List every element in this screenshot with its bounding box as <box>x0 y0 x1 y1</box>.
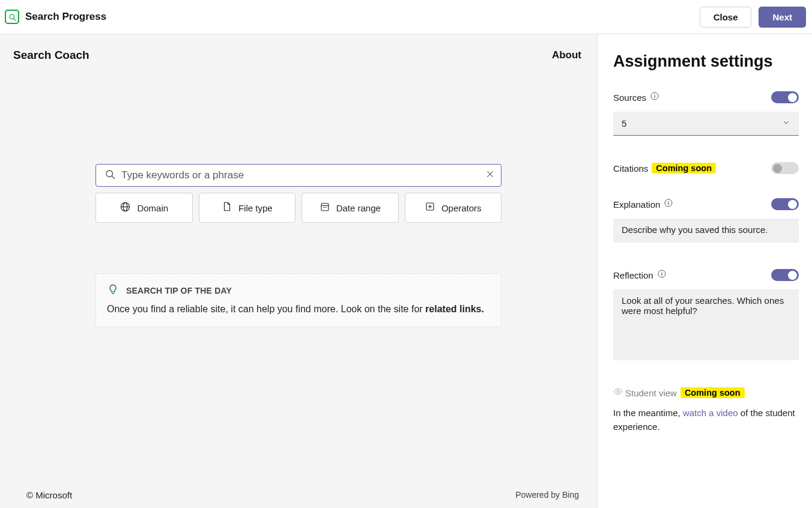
filter-filetype-button[interactable]: File type <box>199 193 296 223</box>
svg-point-2 <box>106 171 113 177</box>
close-button[interactable]: Close <box>700 7 752 28</box>
watch-video-link[interactable]: watch a video <box>683 408 738 418</box>
clear-icon[interactable] <box>485 169 495 181</box>
footer: © Microsoft Powered by Bing <box>0 482 597 508</box>
filter-operators-label: Operators <box>441 203 482 213</box>
app-logo-icon <box>5 10 19 24</box>
svg-point-0 <box>10 14 14 19</box>
info-icon[interactable] <box>650 91 659 103</box>
file-icon <box>222 201 232 214</box>
about-link[interactable]: About <box>552 49 581 61</box>
settings-title: Assignment settings <box>613 52 799 71</box>
info-icon[interactable] <box>664 198 673 210</box>
reflection-toggle[interactable] <box>771 269 799 281</box>
main-panel: Search Coach About <box>0 34 597 508</box>
powered-by-text: Powered by Bing <box>515 490 579 500</box>
filter-domain-button[interactable]: Domain <box>95 193 193 223</box>
eye-icon <box>613 387 623 399</box>
main-title: Search Coach <box>13 49 89 62</box>
titlebar: Search Progress Close Next <box>0 0 812 34</box>
tip-card: SEARCH TIP OF THE DAY Once you find a re… <box>95 273 501 327</box>
sources-label: Sources <box>613 92 646 103</box>
svg-line-3 <box>112 177 115 179</box>
sources-select-value: 5 <box>622 118 626 129</box>
svg-line-1 <box>14 19 16 20</box>
citations-toggle <box>771 162 799 174</box>
globe-icon <box>120 201 131 215</box>
tip-heading: SEARCH TIP OF THE DAY <box>126 286 232 295</box>
info-icon[interactable] <box>657 269 667 281</box>
svg-point-23 <box>668 201 669 202</box>
search-box[interactable] <box>95 164 501 187</box>
explanation-text-field[interactable]: Describe why you saved this source. <box>613 219 799 243</box>
filter-filetype-label: File type <box>238 203 273 213</box>
app-title: Search Progress <box>25 11 106 23</box>
citations-label: Citations <box>613 163 648 174</box>
student-view-label: Student view <box>625 388 677 398</box>
filter-daterange-button[interactable]: Date range <box>301 193 399 223</box>
copyright-text: © Microsoft <box>26 490 72 500</box>
sources-select[interactable]: 5 <box>613 112 799 136</box>
search-input[interactable] <box>121 169 485 181</box>
svg-point-11 <box>323 207 324 208</box>
svg-point-20 <box>654 94 655 95</box>
calendar-icon <box>320 201 330 214</box>
citations-coming-soon-badge: Coming soon <box>652 163 716 174</box>
filter-daterange-label: Date range <box>336 203 381 213</box>
reflection-text-field[interactable]: Look at all of your searches. Which ones… <box>613 289 799 360</box>
lightbulb-icon <box>107 283 119 298</box>
settings-sidebar: Assignment settings Sources 5 Citations … <box>597 34 812 508</box>
chevron-down-icon <box>782 118 790 129</box>
svg-point-12 <box>324 207 326 208</box>
svg-point-27 <box>617 390 619 393</box>
student-view-coming-soon-badge: Coming soon <box>680 387 745 398</box>
sources-toggle[interactable] <box>771 91 799 103</box>
explanation-label: Explanation <box>613 199 660 210</box>
filter-operators-button[interactable]: Operators <box>405 193 502 223</box>
explanation-toggle[interactable] <box>771 198 799 210</box>
next-button[interactable]: Next <box>759 7 806 28</box>
reflection-label: Reflection <box>613 270 653 280</box>
plus-square-icon <box>425 201 435 214</box>
tip-body: Once you find a reliable site, it can he… <box>107 304 490 315</box>
svg-point-13 <box>326 207 327 208</box>
svg-point-26 <box>661 272 662 273</box>
student-view-helper-text: In the meantime, watch a video of the st… <box>613 406 799 434</box>
search-icon <box>105 169 115 182</box>
filter-domain-label: Domain <box>137 203 168 213</box>
